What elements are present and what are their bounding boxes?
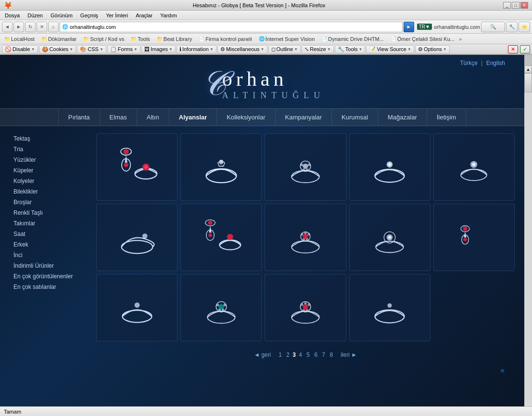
toolbar-ok[interactable]: ✓ bbox=[520, 45, 530, 53]
product-card-1[interactable] bbox=[96, 133, 177, 201]
product-card-11[interactable] bbox=[96, 274, 177, 341]
pagination-page-2[interactable]: 2 bbox=[286, 351, 290, 358]
pagination-page-4[interactable]: 4 bbox=[299, 351, 302, 358]
menu-gorunum[interactable]: Görünüm bbox=[48, 12, 76, 19]
sidebar-renkli-tasli[interactable]: Renkli Taşlı bbox=[10, 208, 87, 218]
bookmark-tools[interactable]: 📁 Tools bbox=[128, 35, 152, 43]
forward-button[interactable]: ► bbox=[13, 22, 24, 32]
devtool-disable[interactable]: 🚫 Disable ▼ bbox=[2, 45, 38, 53]
product-card-8[interactable] bbox=[265, 204, 346, 271]
bookmark-dokumanlar[interactable]: 📁 Dökümanlar bbox=[39, 35, 79, 43]
go-button[interactable]: ► bbox=[404, 22, 414, 32]
sidebar-en-cok-gorutulen[interactable]: En çok görüntülenenler bbox=[10, 271, 87, 282]
nav-pirlanta[interactable]: Pırlanta bbox=[58, 109, 100, 126]
scroll-track bbox=[524, 73, 532, 408]
product-card-9[interactable] bbox=[349, 204, 431, 271]
product-card-13[interactable] bbox=[265, 274, 346, 341]
back-button[interactable]: ◄ bbox=[2, 22, 13, 32]
pagination-page-8[interactable]: 8 bbox=[329, 351, 333, 358]
bookmark-omer[interactable]: 📄 Ömer Çelakil Sitesi Ku... bbox=[388, 35, 457, 43]
devtool-outline[interactable]: ◻ Outline ▼ bbox=[268, 45, 301, 53]
domain-display: orhanaltintuglu.com bbox=[434, 24, 480, 30]
devtool-cookies[interactable]: 🍪 Cookies ▼ bbox=[39, 45, 76, 53]
minimize-button[interactable]: _ bbox=[503, 2, 511, 9]
product-card-14[interactable] bbox=[349, 274, 431, 341]
sidebar-bileklikler[interactable]: Bileklikler bbox=[10, 186, 87, 197]
scroll-up-button[interactable]: ▲ bbox=[524, 65, 532, 73]
product-card-12[interactable] bbox=[180, 274, 262, 341]
product-card-4[interactable] bbox=[349, 133, 431, 201]
bookmark-internet[interactable]: 🌐 İnternet Super Vision bbox=[256, 35, 317, 43]
nav-kurumsal[interactable]: Kurumsal bbox=[332, 109, 378, 126]
sidebar-broslar[interactable]: Broşlar bbox=[10, 197, 87, 208]
nav-elmas[interactable]: Elmas bbox=[100, 109, 137, 126]
pagination-page-1[interactable]: 1 bbox=[279, 351, 282, 358]
nav-magazalar[interactable]: Mağazalar bbox=[378, 109, 427, 126]
sidebar-takimlar[interactable]: Takımlar bbox=[10, 218, 87, 229]
bookmark-script[interactable]: 📁 Script / Kod vs bbox=[81, 35, 127, 43]
address-input[interactable] bbox=[70, 24, 400, 30]
devtool-images[interactable]: 🖼 Images ▼ bbox=[141, 45, 176, 53]
devtool-information[interactable]: ℹ Information ▼ bbox=[177, 45, 216, 53]
nav-iletisim[interactable]: İletişim bbox=[427, 109, 466, 126]
bookmark-localhost[interactable]: 📁 LocalHost bbox=[2, 35, 37, 43]
menu-duzen[interactable]: Düzen bbox=[25, 12, 46, 19]
lang-en-link[interactable]: English bbox=[486, 60, 505, 66]
nav-kolleksiyonlar[interactable]: Kolleksiyonlar bbox=[217, 109, 275, 126]
devtool-tools[interactable]: 🔧 Tools ▼ bbox=[335, 45, 366, 53]
pagination-page-6[interactable]: 6 bbox=[314, 351, 317, 358]
sidebar-indirimli[interactable]: İndirimli Ürünler bbox=[10, 260, 87, 271]
maximize-button[interactable]: □ bbox=[512, 2, 519, 9]
content-wrapper: Tektaş Tria Yüzükler Küpeler Kolyeler Bi… bbox=[0, 133, 524, 378]
lang-tr-link[interactable]: Türkçe bbox=[460, 60, 478, 66]
toolbar-close[interactable]: ✕ bbox=[508, 45, 518, 53]
addon-button[interactable]: 🔧 bbox=[506, 22, 518, 32]
devtool-css[interactable]: 🎨 CSS ▼ bbox=[77, 45, 106, 53]
logo-area: 𝒞 orhan ALTINTUĞLU bbox=[0, 65, 524, 104]
devtool-forms[interactable]: 📋 Forms ▼ bbox=[107, 45, 140, 53]
menu-araclar[interactable]: Araçlar bbox=[133, 12, 155, 19]
devtool-view-source[interactable]: 📝 View Source ▼ bbox=[366, 45, 414, 53]
devtool-resize[interactable]: ⤡ Resize ▼ bbox=[302, 45, 334, 53]
bookmarks-overflow[interactable]: » bbox=[459, 36, 462, 42]
addon-button-2[interactable]: ⭐ bbox=[519, 22, 530, 32]
devtool-misc[interactable]: ⚙ Miscellaneous ▼ bbox=[217, 45, 267, 53]
sidebar-inci[interactable]: İnci bbox=[10, 250, 87, 260]
product-card-7[interactable] bbox=[180, 204, 262, 271]
pagination-prev[interactable]: ◄ geri bbox=[254, 351, 271, 358]
refresh-button[interactable]: ↻ bbox=[25, 22, 36, 32]
bookmark-beat-library[interactable]: 📁 Beat Library bbox=[154, 35, 194, 43]
stop-button[interactable]: ✕ bbox=[37, 22, 47, 32]
menu-gecmis[interactable]: Geçmiş bbox=[77, 12, 101, 19]
sidebar-erkek[interactable]: Erkek bbox=[10, 239, 87, 250]
bookmark-firma[interactable]: 📄 Firma kontrol paneli bbox=[196, 35, 254, 43]
home-button[interactable]: ⌂ bbox=[48, 22, 59, 32]
nav-alyanslar[interactable]: Alyanslar bbox=[169, 109, 217, 126]
sidebar-tektas[interactable]: Tektaş bbox=[10, 133, 87, 144]
product-card-6[interactable] bbox=[96, 204, 177, 271]
nav-kampanyalar[interactable]: Kampanyalar bbox=[276, 109, 332, 126]
nav-altin[interactable]: Altın bbox=[137, 109, 169, 126]
product-card-10[interactable] bbox=[433, 204, 515, 271]
product-card-3[interactable] bbox=[265, 133, 346, 201]
pagination-page-5[interactable]: 5 bbox=[306, 351, 310, 358]
sidebar-kupeler[interactable]: Küpeler bbox=[10, 165, 87, 176]
close-button[interactable]: ✕ bbox=[520, 2, 528, 9]
bookmark-dynamic[interactable]: 📄 Dynamic Drive DHTM... bbox=[319, 35, 386, 43]
product-card-5[interactable] bbox=[433, 133, 515, 201]
pagination-page-7[interactable]: 7 bbox=[322, 351, 325, 358]
menu-yer-imleri[interactable]: Yer İmleri bbox=[103, 12, 131, 19]
sidebar-kolyeler[interactable]: Kolyeler bbox=[10, 176, 87, 186]
devtool-options-label: Options bbox=[424, 46, 442, 52]
devtool-options[interactable]: ⚙ Options ▼ bbox=[415, 45, 450, 53]
menu-dosya[interactable]: Dosya bbox=[2, 12, 23, 19]
search-button[interactable]: 🔍 bbox=[481, 22, 505, 32]
sidebar-en-cok-satilan[interactable]: En çok satılanlar bbox=[10, 282, 87, 292]
pagination-next[interactable]: ileri ► bbox=[341, 351, 357, 358]
sidebar-tria[interactable]: Tria bbox=[10, 144, 87, 155]
scroll-thumb[interactable] bbox=[524, 73, 532, 92]
menu-yardim[interactable]: Yardım bbox=[157, 12, 180, 19]
product-card-2[interactable] bbox=[180, 133, 262, 201]
sidebar-saat[interactable]: Saat bbox=[10, 229, 87, 239]
sidebar-yuzukler[interactable]: Yüzükler bbox=[10, 155, 87, 165]
